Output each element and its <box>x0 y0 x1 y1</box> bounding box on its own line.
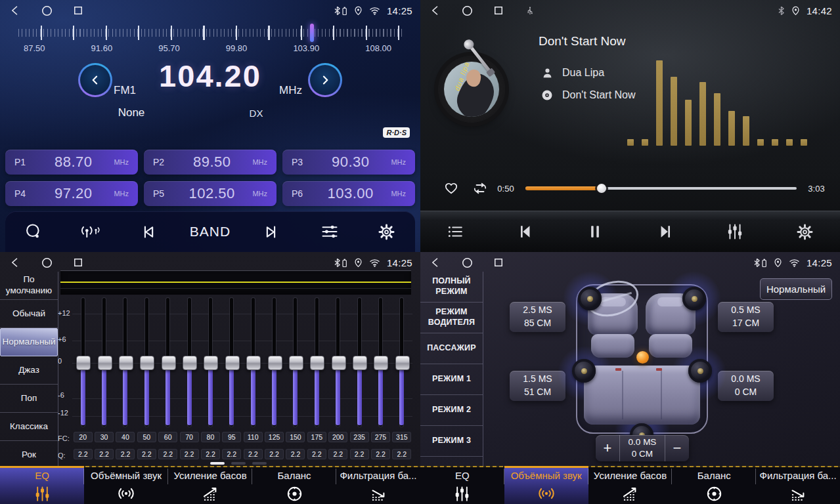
eq-preset-рок[interactable]: Рок <box>0 441 58 469</box>
tuner-indicator[interactable] <box>310 24 314 42</box>
repeat-icon[interactable] <box>469 178 491 198</box>
nav-recents-icon[interactable] <box>71 3 85 18</box>
eq-band-slider[interactable] <box>179 298 200 427</box>
nav-recents-icon[interactable] <box>491 3 506 18</box>
eq-band-slider[interactable] <box>285 298 306 427</box>
sound-mode-полный-режим[interactable]: ПОЛНЫЙ РЕЖИМ <box>420 272 483 303</box>
slider-handle[interactable] <box>395 356 410 370</box>
delay-minus-button[interactable]: − <box>665 435 689 461</box>
slider-handle[interactable] <box>268 356 282 370</box>
sound-mode-режим-1[interactable]: РЕЖИМ 1 <box>420 364 483 395</box>
slider-handle[interactable] <box>310 356 324 370</box>
slider-handle[interactable] <box>98 356 112 370</box>
preset-button-p6[interactable]: P6103.00MHz <box>282 181 415 206</box>
nav-home-icon[interactable] <box>39 255 54 270</box>
tab-balance[interactable]: Баланс <box>252 466 336 504</box>
slider-handle[interactable] <box>204 356 218 370</box>
tab-filter[interactable]: Фильтрация ба... <box>336 466 420 504</box>
eq-preset-джаз[interactable]: Джаз <box>0 356 58 385</box>
tab-bass-boost[interactable]: Усиление басов <box>168 466 252 504</box>
eq-band-slider[interactable] <box>328 298 349 427</box>
tune-down-button[interactable] <box>78 63 112 97</box>
slider-handle[interactable] <box>140 356 154 370</box>
eq-preset-классика[interactable]: Классика <box>0 413 58 441</box>
eq-band-slider[interactable] <box>263 298 284 427</box>
tab-surround[interactable]: Объёмный звук <box>84 466 168 504</box>
next-station-icon[interactable] <box>257 220 288 243</box>
nav-home-icon[interactable] <box>39 3 54 18</box>
next-track-icon[interactable] <box>650 220 680 243</box>
preset-button-p3[interactable]: P390.30MHz <box>282 150 415 175</box>
nav-back-icon[interactable] <box>428 3 443 18</box>
eq-preset-поп[interactable]: Поп <box>0 385 58 413</box>
preset-button-p2[interactable]: P289.50MHz <box>144 150 276 175</box>
tab-filter[interactable]: Фильтрация ба... <box>756 466 840 504</box>
speaker-rear-left[interactable] <box>572 359 596 383</box>
preset-button-p1[interactable]: P188.70MHz <box>5 150 138 175</box>
broadcast-icon[interactable] <box>76 220 106 243</box>
delay-plus-button[interactable]: + <box>596 435 619 461</box>
eq-band-slider[interactable] <box>391 298 412 427</box>
eq-band-slider[interactable] <box>158 298 179 427</box>
eq-band-slider[interactable] <box>349 298 370 427</box>
sound-profile-button[interactable]: Нормальный <box>760 278 832 300</box>
prev-track-icon[interactable] <box>510 220 541 243</box>
eq-band-slider[interactable] <box>221 298 242 427</box>
tab-eq[interactable]: EQ <box>0 466 84 504</box>
speaker-front-right[interactable] <box>682 287 706 310</box>
listening-position-ball[interactable] <box>636 351 649 364</box>
nav-recents-icon[interactable] <box>491 255 506 270</box>
preset-button-p5[interactable]: P5102.50MHz <box>144 181 276 206</box>
slider-handle[interactable] <box>76 356 91 370</box>
tab-bass-boost[interactable]: Усиление басов <box>588 466 673 504</box>
eq-band-slider[interactable] <box>136 298 157 427</box>
mixer-icon[interactable] <box>720 220 750 243</box>
tab-surround[interactable]: Объёмный звук <box>504 466 588 504</box>
slider-handle[interactable] <box>246 356 261 370</box>
eq-preset-нормальный[interactable]: Нормальный <box>0 328 58 356</box>
nav-back-icon[interactable] <box>428 255 443 270</box>
slider-handle[interactable] <box>225 356 240 370</box>
sound-mode-режим-водителя[interactable]: РЕЖИМ ВОДИТЕЛЯ <box>420 303 483 333</box>
band-button[interactable]: BAND <box>190 224 231 240</box>
delay-card-front-left[interactable]: 2.5 MS 85 CM <box>510 302 565 332</box>
pause-icon[interactable] <box>580 220 610 243</box>
eq-band-slider[interactable] <box>370 298 391 427</box>
page-dash[interactable] <box>252 462 267 465</box>
speaker-rear-right[interactable] <box>688 359 712 383</box>
album-art-disc[interactable]: dua lipa <box>438 56 505 123</box>
tab-eq[interactable]: EQ <box>420 466 504 504</box>
slider-handle[interactable] <box>119 356 133 370</box>
eq-band-slider[interactable] <box>200 298 221 427</box>
tune-up-button[interactable] <box>308 63 342 97</box>
seek-search-icon[interactable] <box>18 220 49 243</box>
speaker-front-left[interactable] <box>578 287 602 310</box>
slider-handle[interactable] <box>183 356 197 370</box>
gear-icon[interactable] <box>372 220 402 243</box>
gear-icon[interactable] <box>790 220 820 243</box>
eq-band-slider[interactable] <box>93 298 114 427</box>
progress-bar[interactable] <box>525 187 797 190</box>
preset-button-p4[interactable]: P497.20MHz <box>5 181 138 206</box>
eq-band-slider[interactable] <box>306 298 327 427</box>
delay-card-front-right[interactable]: 0.5 MS 17 CM <box>718 302 774 332</box>
slider-handle[interactable] <box>289 356 303 370</box>
prev-station-icon[interactable] <box>133 220 163 243</box>
page-dash[interactable] <box>231 462 246 465</box>
playlist-icon[interactable] <box>440 220 470 243</box>
sound-mode-режим-2[interactable]: РЕЖИМ 2 <box>420 395 483 426</box>
audio-settings-icon[interactable] <box>315 220 345 243</box>
eq-band-slider[interactable] <box>242 298 263 427</box>
page-dash-active[interactable] <box>210 462 225 465</box>
eq-preset-по-умолчанию[interactable]: По умолчанию <box>0 272 58 300</box>
nav-back-icon[interactable] <box>8 3 22 18</box>
nav-home-icon[interactable] <box>460 3 474 18</box>
eq-band-slider[interactable] <box>72 298 93 427</box>
page-indicator[interactable] <box>58 462 419 465</box>
favorite-icon[interactable] <box>440 178 462 198</box>
progress-knob[interactable] <box>597 184 606 193</box>
nav-home-icon[interactable] <box>460 255 474 270</box>
slider-handle[interactable] <box>162 356 176 370</box>
tuner-ruler[interactable] <box>18 24 402 42</box>
slider-handle[interactable] <box>332 356 346 370</box>
